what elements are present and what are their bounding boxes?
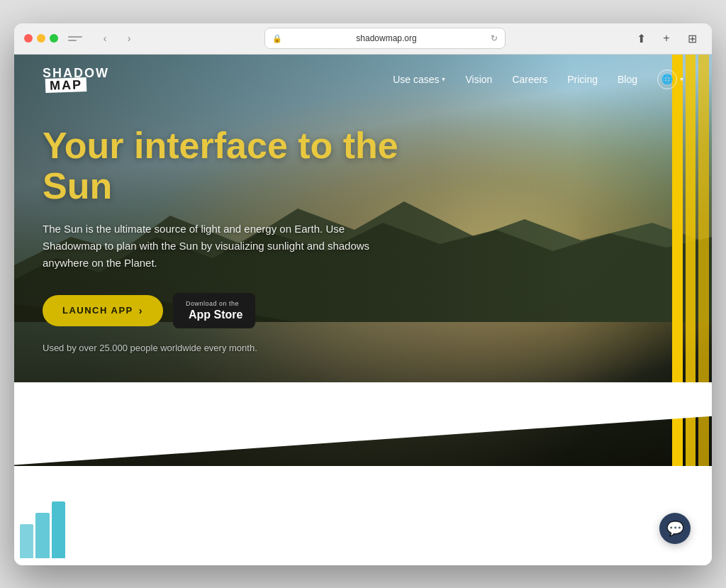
hero-buttons: LAUNCH APP › Download on the App Store — [43, 293, 468, 328]
bottom-section: 💬 — [14, 466, 712, 565]
window-controls — [24, 34, 58, 43]
hero-diagonal — [14, 382, 712, 466]
globe-symbol: 🌐 — [661, 74, 673, 84]
site-navigation: SHADOW MAP Use cases ▾ Vision Careers — [14, 55, 712, 104]
blue-bar-2 — [35, 513, 49, 558]
logo-map-text: MAP — [45, 77, 87, 92]
lock-icon: 🔒 — [272, 34, 282, 43]
launch-app-label: LAUNCH APP — [62, 305, 133, 316]
globe-icon[interactable]: 🌐 — [657, 70, 677, 89]
nav-item-careers[interactable]: Careers — [512, 74, 547, 85]
minimize-dot[interactable] — [37, 34, 45, 43]
new-tab-button[interactable]: + — [657, 28, 676, 48]
website-content: SHADOW MAP Use cases ▾ Vision Careers — [14, 55, 712, 565]
appstore-small-text: Download on the — [186, 300, 239, 308]
browser-actions: ⬆ + ⊞ — [631, 28, 702, 48]
sidebar-toggle-icon[interactable] — [68, 33, 82, 44]
chat-button[interactable]: 💬 — [659, 513, 691, 544]
share-button[interactable]: ⬆ — [631, 28, 651, 48]
refresh-icon[interactable]: ↻ — [491, 33, 498, 43]
browser-window: ‹ › 🔒 shadowmap.org ↻ ⬆ + ⊞ — [14, 23, 712, 565]
address-bar[interactable]: 🔒 shadowmap.org ↻ — [264, 28, 506, 49]
nav-item-pricing[interactable]: Pricing — [567, 74, 598, 85]
site-logo[interactable]: SHADOW MAP — [43, 67, 109, 92]
forward-button[interactable]: › — [119, 28, 139, 48]
nav-item-usecases[interactable]: Use cases ▾ — [393, 74, 445, 85]
hero-title: Your interface to the Sun — [43, 126, 468, 206]
app-store-button[interactable]: Download on the App Store — [173, 293, 255, 328]
appstore-large-text: App Store — [186, 308, 242, 321]
arrow-icon: › — [139, 305, 143, 316]
nav-menu: Use cases ▾ Vision Careers Pricing Blog — [393, 70, 683, 89]
blue-accent-bars — [14, 494, 71, 565]
browser-nav: ‹ › — [95, 28, 139, 48]
nav-item-language[interactable]: 🌐 ▾ — [657, 70, 683, 89]
language-chevron-icon: ▾ — [680, 75, 683, 83]
chat-icon: 💬 — [666, 520, 684, 537]
blue-bar-1 — [20, 524, 33, 558]
browser-toolbar: ‹ › 🔒 shadowmap.org ↻ ⬆ + ⊞ — [14, 23, 712, 55]
hero-content: Your interface to the Sun The Sun is the… — [43, 126, 468, 353]
launch-app-button[interactable]: LAUNCH APP › — [43, 295, 163, 326]
url-text: shadowmap.org — [286, 33, 486, 43]
blue-bar-3 — [52, 501, 65, 558]
maximize-dot[interactable] — [50, 34, 58, 43]
hero-section: SHADOW MAP Use cases ▾ Vision Careers — [14, 55, 712, 466]
back-button[interactable]: ‹ — [95, 28, 115, 48]
close-dot[interactable] — [24, 34, 33, 43]
hero-description: The Sun is the ultimate source of light … — [43, 221, 383, 272]
social-proof-text: Used by over 25.000 people worldwide eve… — [43, 343, 468, 353]
tabs-button[interactable]: ⊞ — [682, 28, 702, 48]
nav-item-blog[interactable]: Blog — [618, 74, 637, 85]
nav-item-vision[interactable]: Vision — [465, 74, 492, 85]
chevron-down-icon: ▾ — [442, 75, 445, 83]
